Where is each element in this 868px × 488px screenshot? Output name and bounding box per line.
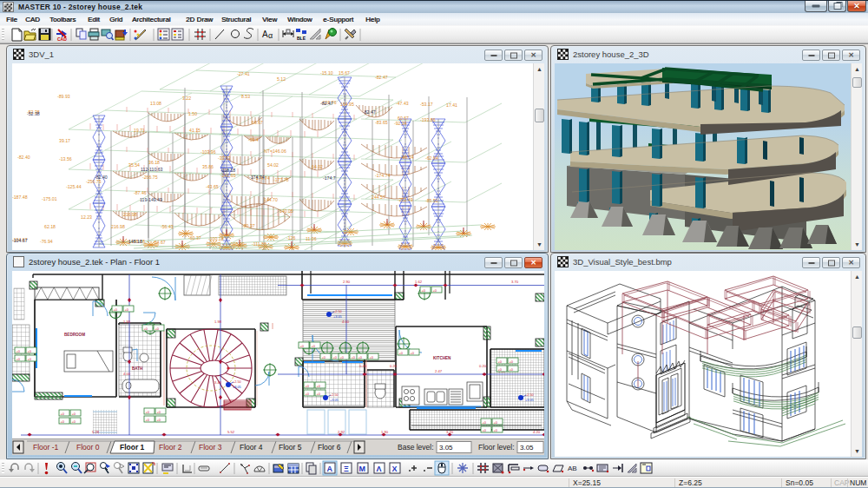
svg-text:Floor 4: Floor 4 (240, 443, 263, 452)
svg-text:+0: +0 (358, 355, 363, 359)
svg-text:0.20: 0.20 (390, 364, 398, 368)
svg-text:-187.48: -187.48 (12, 195, 28, 200)
svg-text:+0: +0 (510, 359, 514, 364)
svg-text:-87.46: -87.46 (134, 190, 147, 195)
svg-text:BATH: BATH (132, 366, 143, 371)
svg-text:0.20: 0.20 (479, 364, 487, 368)
svg-text:-103.96: -103.96 (201, 149, 216, 155)
svg-text:+0: +0 (333, 355, 338, 359)
svg-text:-82.47: -82.47 (363, 109, 376, 115)
svg-text:-86.14: -86.14 (401, 155, 414, 160)
svg-text:+2.50: +2.50 (233, 380, 241, 384)
svg-text:-118.18: -118.18 (220, 168, 235, 173)
svg-text:41.15: 41.15 (189, 128, 201, 133)
svg-text:3.20: 3.20 (446, 430, 454, 434)
svg-text:Floor 3: Floor 3 (199, 443, 222, 452)
svg-text:+0: +0 (125, 307, 129, 312)
svg-text:-266.75: -266.75 (142, 175, 158, 180)
svg-text:-52.38: -52.38 (27, 111, 40, 116)
svg-text:15.67: 15.67 (339, 70, 350, 76)
svg-text:-82.40: -82.40 (17, 155, 30, 160)
svg-text:M: M (359, 465, 366, 473)
svg-text:244.57: 244.57 (372, 195, 385, 200)
svg-text:A: A (327, 465, 333, 473)
svg-text:19.71: 19.71 (134, 128, 145, 133)
svg-text:+0: +0 (28, 357, 32, 361)
svg-text:CAD: CAD (57, 36, 67, 42)
svg-text:+3.05: +3.05 (330, 399, 339, 402)
svg-text:3.05: 3.05 (520, 444, 534, 452)
svg-text:+0: +0 (322, 355, 326, 359)
svg-text:+0: +0 (306, 384, 310, 388)
svg-text:+3.05: +3.05 (333, 315, 342, 319)
svg-text:-33.93: -33.93 (218, 155, 231, 161)
svg-text:13.08: 13.08 (150, 101, 161, 106)
svg-text:A: A (262, 30, 268, 39)
svg-text:66.67: 66.67 (252, 120, 263, 125)
svg-text:1.90: 1.90 (381, 430, 389, 434)
svg-text:+0: +0 (61, 419, 65, 424)
svg-text:Λ: Λ (377, 465, 382, 473)
svg-text:+0: +0 (340, 355, 345, 359)
svg-text:-47.43: -47.43 (396, 101, 409, 106)
svg-text:α: α (268, 31, 273, 40)
svg-text:3.43: 3.43 (214, 380, 222, 385)
svg-text:+0: +0 (399, 351, 404, 355)
svg-text:+0: +0 (317, 384, 321, 388)
svg-text:-15.10: -15.10 (320, 70, 333, 76)
svg-text:36.18: 36.18 (148, 160, 160, 165)
svg-text:+2.50: +2.50 (330, 393, 339, 397)
svg-text:-174.7: -174.7 (323, 175, 336, 181)
svg-text:-85.51: -85.51 (425, 198, 438, 203)
svg-text:-69.4: -69.4 (248, 137, 259, 142)
svg-text:-83.65: -83.65 (375, 120, 388, 125)
svg-text:4.00: 4.00 (342, 320, 350, 324)
svg-text:+0: +0 (300, 344, 305, 348)
svg-text:Floor -1: Floor -1 (33, 443, 59, 452)
svg-text:-76.94: -76.94 (40, 239, 53, 244)
svg-text:+0: +0 (306, 392, 310, 396)
svg-text:-174.74: -174.74 (375, 173, 391, 178)
svg-text:1.62: 1.62 (415, 280, 423, 284)
svg-text:17.41: 17.41 (446, 102, 457, 108)
svg-text:39.17: 39.17 (59, 138, 70, 143)
svg-text:-177.78: -177.78 (273, 177, 289, 182)
svg-text:-174.74: -174.74 (249, 175, 265, 180)
svg-text:+0: +0 (61, 412, 65, 416)
svg-text:+0: +0 (510, 367, 514, 372)
svg-text:-60.37: -60.37 (188, 235, 201, 241)
svg-text:+0: +0 (433, 288, 437, 293)
svg-text:-252.49: -252.49 (398, 197, 413, 202)
svg-text:5.12: 5.12 (277, 76, 286, 82)
svg-text:Floor 0: Floor 0 (76, 443, 100, 452)
svg-text:+0: +0 (157, 418, 161, 422)
svg-text:+2.50: +2.50 (525, 393, 534, 397)
svg-text:-43.65: -43.65 (206, 184, 219, 189)
svg-text:+0: +0 (498, 367, 503, 372)
svg-text:+0: +0 (146, 418, 150, 422)
svg-text:35.86: 35.86 (202, 164, 214, 169)
svg-text:-82.47: -82.47 (375, 75, 388, 80)
svg-text:+0: +0 (16, 349, 21, 353)
svg-text:+0: +0 (483, 420, 487, 425)
svg-text:Χ: Χ (392, 465, 398, 473)
svg-text:11.06: 11.06 (306, 236, 317, 241)
svg-text:+0: +0 (28, 349, 32, 353)
svg-text:5.52: 5.52 (227, 430, 235, 434)
svg-text:Base level:: Base level: (398, 443, 434, 452)
svg-text:+0: +0 (155, 326, 160, 331)
svg-text:-62.64: -62.64 (425, 155, 438, 161)
svg-text:3.70: 3.70 (511, 280, 519, 284)
svg-text:+0: +0 (483, 428, 487, 432)
svg-text:+0: +0 (157, 410, 161, 414)
svg-text:216.98: 216.98 (111, 224, 125, 229)
svg-text:8.53: 8.53 (241, 94, 250, 99)
svg-text:62.18: 62.18 (44, 224, 56, 229)
svg-text:Floor 1: Floor 1 (120, 443, 145, 452)
svg-text:-82.47: -82.47 (320, 101, 333, 106)
svg-text:145.18: 145.18 (128, 239, 142, 244)
svg-text:1.98: 1.98 (214, 320, 222, 324)
svg-text:119-149.49: 119-149.49 (140, 197, 162, 202)
svg-text:NT=146.06: NT=146.06 (264, 148, 286, 154)
svg-text:1.93: 1.93 (123, 320, 131, 324)
